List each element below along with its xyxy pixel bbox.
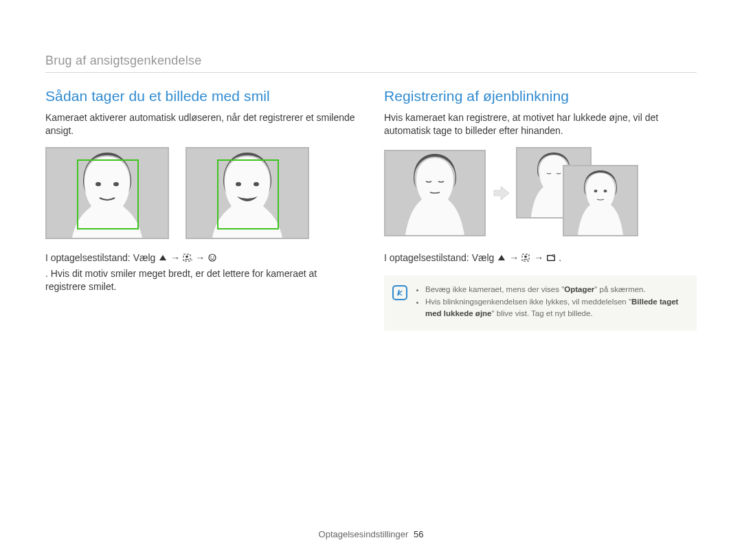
- content-columns: Sådan tager du et billede med smil Kamer…: [45, 88, 697, 331]
- arrow-icon: →: [534, 251, 543, 265]
- instr-prefix: I optagelsestilstand: Vælg: [45, 251, 155, 265]
- up-triangle-icon: [158, 254, 168, 262]
- blink-icon: [546, 254, 556, 262]
- face-detect-off-icon: [521, 254, 531, 262]
- face-detect-rect: [217, 159, 279, 229]
- arrow-icon: →: [195, 251, 205, 265]
- note-text: " blive vist. Tag et nyt billede.: [492, 309, 593, 317]
- breadcrumb: Brug af ansigtsgenkendelse: [45, 54, 697, 68]
- note-item-2: Hvis blinkningsgenkendelsen ikke lykkes,…: [425, 296, 687, 319]
- blink-photo-row: [384, 147, 697, 239]
- note-bold: Optager: [564, 285, 594, 293]
- note-text: Hvis blinkningsgenkendelsen ikke lykkes,…: [425, 298, 631, 306]
- smile-photo-1: [45, 147, 169, 239]
- instr-prefix: I optagelsestilstand: Vælg: [384, 251, 494, 265]
- svg-point-10: [594, 190, 598, 192]
- left-title: Sådan tager du et billede med smil: [45, 88, 358, 104]
- right-instruction: I optagelsestilstand: Vælg → → .: [384, 251, 697, 265]
- up-triangle-icon: [497, 254, 506, 262]
- smile-photo-2: [186, 147, 309, 239]
- svg-point-5: [186, 256, 189, 258]
- arrow-right-icon: [491, 183, 510, 203]
- left-column: Sådan tager du et billede med smil Kamer…: [45, 88, 358, 331]
- note-text: Bevæg ikke kameraet, mens der vises ": [425, 285, 564, 293]
- note-text: " på skærmen.: [594, 285, 645, 293]
- note-box: Bevæg ikke kameraet, mens der vises "Opt…: [384, 276, 697, 331]
- smile-photo-row: [45, 147, 358, 239]
- instr-suffix: . Hvis dit motiv smiler meget bredt, er …: [45, 267, 358, 293]
- blink-photo-before: [384, 150, 486, 236]
- note-item-1: Bevæg ikke kameraet, mens der vises "Opt…: [425, 284, 687, 295]
- svg-point-8: [211, 256, 212, 258]
- svg-point-13: [525, 256, 528, 258]
- footer: Optagelsesindstillinger 56: [0, 529, 742, 539]
- left-instruction: I optagelsestilstand: Vælg → OFF → . Hvi…: [45, 251, 358, 293]
- arrow-icon: →: [509, 251, 519, 265]
- face-graphic: [400, 151, 470, 235]
- face-detect-off-icon: OFF: [183, 254, 192, 262]
- info-icon: [392, 285, 407, 300]
- svg-point-7: [209, 254, 216, 261]
- svg-text:OFF: OFF: [191, 259, 192, 262]
- right-intro: Hvis kameraet kan registrere, at motivet…: [384, 111, 697, 137]
- right-column: Registrering af øjenblinkning Hvis kamer…: [384, 88, 697, 331]
- right-title: Registrering af øjenblinkning: [384, 88, 697, 104]
- arrow-icon: →: [170, 251, 180, 265]
- face-detect-rect: [77, 159, 139, 229]
- instr-suffix: .: [559, 251, 561, 265]
- svg-point-11: [604, 190, 607, 192]
- face-graphic: [574, 168, 627, 235]
- svg-point-9: [214, 256, 215, 258]
- blink-photo-stack: [516, 147, 644, 239]
- page-number: 56: [414, 529, 423, 539]
- divider: [45, 72, 697, 73]
- smile-icon: [207, 254, 217, 262]
- note-list: Bevæg ikke kameraet, mens der vises "Opt…: [416, 284, 687, 321]
- footer-label: Optagelsesindstillinger: [319, 529, 409, 539]
- left-intro: Kameraet aktiverer automatisk udløseren,…: [45, 111, 358, 137]
- blink-photo-2: [563, 165, 638, 236]
